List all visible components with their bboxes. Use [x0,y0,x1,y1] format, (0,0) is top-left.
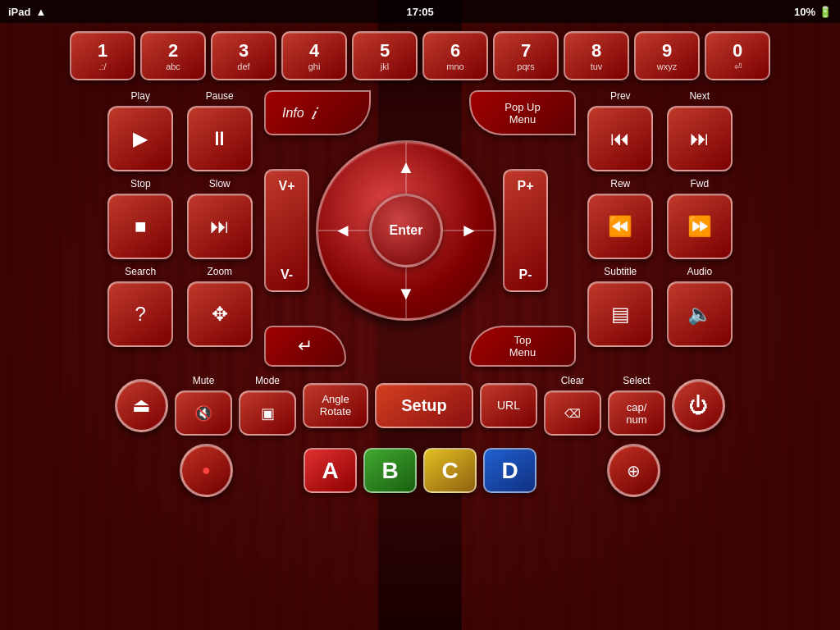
search-icon: ? [135,303,146,326]
zoom-icon: ✥ [212,303,228,326]
battery-label: 10% [794,6,815,18]
color-d-button[interactable]: D [483,448,536,493]
clear-button[interactable]: ⌫ [544,390,601,436]
color-c-label: C [441,458,458,484]
audio-icon: 🔈 [687,303,712,326]
battery-icon: 🔋 [819,6,832,18]
subtitle-icon: ▤ [611,303,630,326]
clear-label: Clear [561,375,585,386]
color-b-label: B [381,458,398,484]
angle-rotate-label: Angle Rotate [320,393,351,418]
color-b-button[interactable]: B [363,448,417,493]
search-label: Search [125,266,156,277]
num-btn-0[interactable]: 0 ⏎ [705,31,770,80]
fwd-button[interactable]: ⏩ [667,194,733,259]
zoom-label: Zoom [207,266,232,277]
mode-icon: ▣ [261,404,275,422]
rew-button[interactable]: ⏪ [587,194,653,259]
rew-icon: ⏪ [608,215,632,238]
logo-button[interactable]: ⊕ [607,444,660,497]
dpad: ▲ ▼ ◄ ► Enter [316,140,496,321]
search-button[interactable]: ? [107,281,173,347]
color-a-label: A [322,458,338,484]
dpad-right-button[interactable]: ► [449,210,490,251]
page-minus-label: P- [519,267,532,282]
num-btn-9[interactable]: 9 wxyz [634,31,700,80]
num-btn-8[interactable]: 8 tuv [564,31,629,80]
volume-button[interactable]: V+ V- [264,169,309,292]
pause-button[interactable]: ⏸ [187,106,253,171]
num-btn-7[interactable]: 7 pqrs [493,31,559,80]
rew-label: Rew [610,178,630,189]
record-button[interactable]: ● [180,444,233,497]
info-icon: 𝑖 [311,103,316,124]
stop-label: Stop [130,178,151,189]
mute-button[interactable]: 🔇 [175,390,232,436]
num-btn-6[interactable]: 6 mno [422,31,488,80]
logo-icon: ⊕ [627,461,641,481]
fwd-label: Fwd [690,178,709,189]
prev-label: Prev [610,90,631,102]
time-display: 17:05 [407,6,434,18]
num-btn-2[interactable]: 2 abc [140,31,206,80]
return-icon: ↵ [298,336,313,357]
carrier-label: iPad [8,6,30,18]
next-label: Next [689,90,710,102]
power-button[interactable]: ⏻ [672,379,725,432]
url-button[interactable]: URL [480,383,537,428]
play-button[interactable]: ▶ [107,106,173,171]
select-label: Select [623,375,650,386]
mute-icon: 🔇 [194,404,212,422]
mode-button[interactable]: ▣ [239,390,296,436]
eject-icon: ⏏ [132,394,151,417]
setup-button[interactable]: Setup [375,383,473,428]
num-btn-1[interactable]: 1 .:/ [70,31,135,80]
play-icon: ▶ [133,127,148,150]
dpad-left-button[interactable]: ◄ [322,210,363,251]
angle-rotate-button[interactable]: Angle Rotate [303,383,368,428]
page-button[interactable]: P+ P- [503,169,548,292]
left-arrow-icon: ◄ [334,220,352,241]
subtitle-label: Subtitle [604,266,637,277]
status-bar: iPad ▲ 17:05 10% 🔋 [0,0,840,23]
mute-label: Mute [193,375,215,386]
clear-icon: ⌫ [564,407,581,420]
stop-icon: ■ [135,215,147,238]
stop-button[interactable]: ■ [107,194,173,259]
slow-icon: ⏭ [210,215,230,238]
slow-button[interactable]: ⏭ [187,194,253,259]
enter-label: Enter [390,223,423,238]
page-plus-label: P+ [517,179,533,194]
down-arrow-icon: ▼ [397,283,415,304]
power-icon: ⏻ [689,394,709,417]
dpad-down-button[interactable]: ▼ [386,273,427,314]
num-btn-5[interactable]: 5 jkl [352,31,418,80]
info-button[interactable]: Info 𝑖 [264,90,371,135]
next-button[interactable]: ⏭ [667,106,733,171]
record-icon: ● [202,462,211,479]
volume-plus-label: V+ [278,179,294,194]
pause-label: Pause [206,90,234,102]
num-btn-4[interactable]: 4 ghi [281,31,347,80]
volume-minus-label: V- [281,267,293,282]
wifi-icon: ▲ [35,6,46,18]
setup-label: Setup [401,396,447,415]
color-a-button[interactable]: A [304,448,357,493]
dpad-up-button[interactable]: ▲ [386,147,427,188]
enter-button[interactable]: Enter [369,194,443,267]
slow-label: Slow [209,178,231,189]
audio-button[interactable]: 🔈 [667,281,733,347]
num-btn-3[interactable]: 3 def [211,31,276,80]
top-menu-button[interactable]: Top Menu [469,326,576,367]
return-button[interactable]: ↵ [264,326,346,367]
popup-menu-button[interactable]: Pop Up Menu [469,90,576,135]
select-button[interactable]: cap/ num [608,390,665,436]
eject-button[interactable]: ⏏ [115,379,168,432]
color-c-button[interactable]: C [423,448,477,493]
zoom-button[interactable]: ✥ [187,281,253,347]
fwd-icon: ⏩ [687,215,712,238]
prev-button[interactable]: ⏮ [587,106,653,171]
right-arrow-icon: ► [460,220,478,241]
subtitle-button[interactable]: ▤ [587,281,653,347]
next-icon: ⏭ [690,127,710,150]
